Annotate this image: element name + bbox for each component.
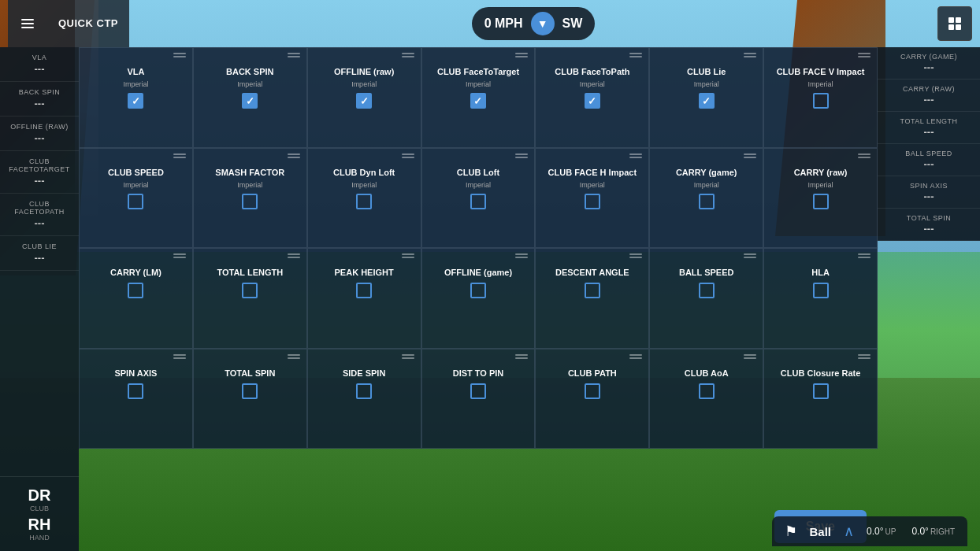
- grid-cell-r1-c6[interactable]: CARRY (raw)Imperial: [763, 148, 878, 249]
- cell-checkbox[interactable]: [585, 93, 600, 109]
- cell-checkbox[interactable]: [128, 194, 143, 209]
- grid-cell-r1-c5[interactable]: CARRY (game)Imperial: [649, 148, 763, 249]
- right-sidebar-carry-game[interactable]: CARRY (game) ---: [878, 47, 980, 80]
- cell-checkbox[interactable]: [813, 194, 829, 209]
- grid-cell-r3-c3[interactable]: DIST TO PIN: [421, 349, 536, 449]
- grid-cell-r0-c1[interactable]: BACK SPINImperial: [193, 47, 307, 148]
- grid-cell-r3-c4[interactable]: CLUB PATH: [535, 349, 649, 449]
- r-total-length-value: ---: [884, 126, 974, 138]
- angle-right-value: 0.0°RIGHT: [911, 526, 955, 537]
- cell-handle-icon: [173, 253, 186, 258]
- cell-checkbox[interactable]: [813, 383, 829, 399]
- grid-cell-r1-c3[interactable]: CLUB LoftImperial: [421, 148, 536, 249]
- sidebar-item-club-lie[interactable]: CLUB Lie ---: [0, 236, 79, 271]
- cell-checkbox[interactable]: [585, 383, 600, 399]
- grid-cell-r2-c0[interactable]: CARRY (LM): [79, 248, 193, 349]
- grid-cell-r0-c4[interactable]: CLUB FaceToPathImperial: [535, 47, 649, 148]
- right-sidebar-total-spin[interactable]: TOTAL SPIN ---: [878, 209, 980, 241]
- cell-checkbox[interactable]: [128, 283, 143, 298]
- grid-cell-r2-c1[interactable]: TOTAL LENGTH: [193, 248, 307, 349]
- angle-display: 0.0°UP 0.0°RIGHT: [867, 526, 955, 537]
- grid-cell-r3-c0[interactable]: SPIN AXIS: [79, 349, 193, 449]
- grid-cell-r2-c3[interactable]: OFFLINE (game): [421, 248, 536, 349]
- cell-checkbox[interactable]: [585, 194, 600, 209]
- cell-checkbox[interactable]: [356, 93, 372, 109]
- cell-checkbox[interactable]: [585, 283, 600, 298]
- cell-title: PEAK HEIGHT: [314, 268, 414, 278]
- cell-checkbox[interactable]: [470, 383, 486, 399]
- cell-checkbox[interactable]: [128, 383, 143, 399]
- cell-handle-icon: [288, 354, 300, 359]
- cell-unit: Imperial: [200, 80, 300, 88]
- cell-handle-icon: [744, 354, 756, 359]
- grid-cell-r0-c6[interactable]: CLUB FACE V ImpactImperial: [763, 47, 878, 148]
- svg-rect-3: [948, 17, 954, 23]
- sidebar-item-face-to-path[interactable]: CLUB FaceToPath ---: [0, 194, 79, 236]
- menu-button[interactable]: [8, 0, 47, 47]
- grid-view-button[interactable]: [937, 6, 972, 41]
- cell-checkbox[interactable]: [242, 93, 258, 109]
- cell-title: DIST TO PIN: [429, 368, 529, 379]
- cell-checkbox[interactable]: [699, 93, 715, 109]
- svg-rect-4: [956, 17, 961, 23]
- grid-cell-r0-c5[interactable]: CLUB LieImperial: [649, 47, 763, 148]
- sidebar-item-face-to-target[interactable]: CLUB FaceToTarget ---: [0, 151, 79, 194]
- cell-checkbox[interactable]: [356, 283, 372, 298]
- cell-checkbox[interactable]: [813, 93, 829, 109]
- r-ball-speed-label: BALL SPEED: [884, 150, 974, 157]
- sidebar-item-vla[interactable]: VLA ---: [0, 47, 79, 82]
- grid-cell-r2-c5[interactable]: BALL SPEED: [649, 248, 763, 349]
- cell-checkbox[interactable]: [699, 194, 715, 209]
- grid-cell-r0-c0[interactable]: VLAImperial: [79, 47, 193, 148]
- grid-cell-r1-c1[interactable]: SMASH FACTORImperial: [193, 148, 307, 249]
- cell-title: CARRY (raw): [770, 168, 870, 178]
- cell-handle-icon: [858, 354, 870, 359]
- flag-icon: ⚑: [785, 523, 797, 540]
- cell-handle-icon: [173, 53, 186, 57]
- grid-cell-r0-c3[interactable]: CLUB FaceToTargetImperial: [421, 47, 536, 148]
- cell-checkbox[interactable]: [699, 383, 715, 399]
- grid-cell-r3-c1[interactable]: TOTAL SPIN: [193, 349, 307, 449]
- grid-cell-r1-c0[interactable]: CLUB SPEEDImperial: [79, 148, 193, 249]
- cell-checkbox[interactable]: [470, 194, 486, 209]
- cell-checkbox[interactable]: [470, 93, 486, 109]
- grid-cell-r3-c2[interactable]: SIDE SPIN: [307, 349, 421, 449]
- cell-checkbox[interactable]: [470, 283, 486, 298]
- sidebar-item-offline-raw[interactable]: OFFLINE (raw) ---: [0, 116, 79, 151]
- cell-checkbox[interactable]: [813, 283, 829, 298]
- ball-up-arrow[interactable]: ∧: [844, 523, 854, 540]
- cell-title: OFFLINE (game): [429, 268, 529, 278]
- grid-cell-r1-c2[interactable]: CLUB Dyn LoftImperial: [307, 148, 421, 249]
- cell-checkbox[interactable]: [356, 383, 372, 399]
- grid-cell-r2-c2[interactable]: PEAK HEIGHT: [307, 248, 421, 349]
- right-sidebar-carry-raw[interactable]: CARRY (raw) ---: [878, 80, 980, 112]
- grid-cell-r3-c5[interactable]: CLUB AoA: [649, 349, 763, 449]
- sidebar-item-back-spin[interactable]: BACK SPIN ---: [0, 82, 79, 116]
- cell-title: CLUB SPEED: [86, 168, 186, 178]
- cell-checkbox[interactable]: [699, 283, 715, 298]
- cell-checkbox[interactable]: [242, 283, 258, 298]
- grid-cell-r1-c4[interactable]: CLUB FACE H ImpactImperial: [535, 148, 649, 249]
- cell-title: SMASH FACTOR: [200, 168, 300, 178]
- grid-cell-r2-c4[interactable]: DESCENT ANGLE: [535, 248, 649, 349]
- sidebar-backspin-label: BACK SPIN: [5, 88, 74, 96]
- cell-unit: Imperial: [86, 181, 186, 189]
- cell-title: BACK SPIN: [200, 67, 300, 77]
- cell-unit: Imperial: [656, 80, 756, 88]
- cell-handle-icon: [402, 354, 414, 359]
- cell-checkbox[interactable]: [242, 194, 258, 209]
- cell-checkbox[interactable]: [242, 383, 258, 399]
- right-sidebar-total-length[interactable]: TOTAL LENGTH ---: [878, 112, 980, 144]
- grid-cell-r3-c6[interactable]: CLUB Closure Rate: [763, 349, 878, 449]
- r-carry-raw-label: CARRY (raw): [884, 85, 974, 93]
- quick-ctp-button[interactable]: QUICK CTP: [47, 0, 129, 47]
- grid-cell-r0-c2[interactable]: OFFLINE (raw)Imperial: [307, 47, 421, 148]
- cell-checkbox[interactable]: [356, 194, 372, 209]
- cell-unit: Imperial: [314, 181, 414, 189]
- cell-title: DESCENT ANGLE: [542, 268, 642, 278]
- cell-checkbox[interactable]: [128, 93, 143, 109]
- right-sidebar-ball-speed[interactable]: BALL SPEED ---: [878, 144, 980, 176]
- cell-handle-icon: [744, 253, 756, 258]
- grid-cell-r2-c6[interactable]: HLA: [763, 248, 878, 349]
- right-sidebar-spin-axis[interactable]: SPIN AXIS ---: [878, 176, 980, 209]
